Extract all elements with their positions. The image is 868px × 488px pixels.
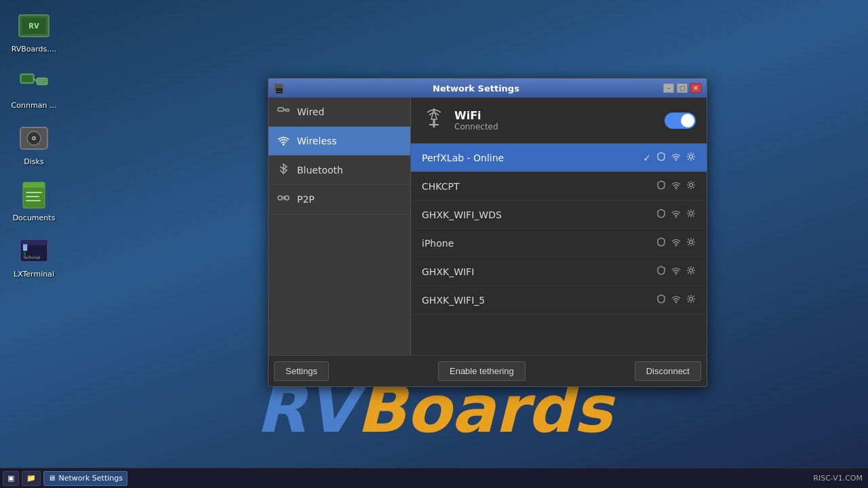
window-footer: Settings Enable tethering Disconnect xyxy=(269,355,707,386)
sidebar-item-bluetooth[interactable]: Bluetooth xyxy=(269,156,410,185)
sidebar-item-wireless[interactable]: Wireless xyxy=(269,127,410,156)
sidebar-spacer xyxy=(269,214,410,355)
wifi-signal-icon xyxy=(671,266,681,277)
bluetooth-icon xyxy=(277,163,290,178)
connman-icon xyxy=(18,66,50,98)
gear-icon[interactable] xyxy=(686,180,696,192)
window-menu-button[interactable]: ≡ xyxy=(274,83,283,93)
network-name-iphone: iPhone xyxy=(422,238,656,249)
svg-rect-14 xyxy=(26,196,39,197)
app-menu-button[interactable]: ▣ xyxy=(3,471,19,486)
wired-icon xyxy=(277,104,290,119)
wifi-signal-icon xyxy=(671,294,681,306)
svg-point-32 xyxy=(690,155,693,159)
network-taskbar-icon: 🖥 xyxy=(48,474,56,483)
network-name-perfxlab: PerfXLab - Online xyxy=(422,152,643,163)
documents-icon xyxy=(18,178,50,211)
network-icons-ghxk-wifi xyxy=(656,266,696,277)
gear-icon[interactable] xyxy=(686,294,696,306)
window-title: Network Settings xyxy=(289,83,663,94)
shield-icon xyxy=(656,180,666,192)
network-icons-perfxlab: ✓ xyxy=(643,152,696,163)
gear-icon[interactable] xyxy=(686,209,696,220)
svg-point-35 xyxy=(675,217,677,218)
network-icons-iphone xyxy=(656,237,696,249)
desktop-icon-lxterminal[interactable]: █ $ _ Terminal LXTerminal xyxy=(7,232,61,281)
svg-point-10 xyxy=(33,138,35,140)
svg-rect-22 xyxy=(285,109,289,111)
sidebar-wired-label: Wired xyxy=(297,106,324,117)
wifi-toggle[interactable] xyxy=(665,113,696,129)
svg-point-25 xyxy=(278,196,282,200)
svg-rect-21 xyxy=(278,108,283,111)
network-item-perfxlab[interactable]: PerfXLab - Online ✓ xyxy=(411,144,707,172)
wifi-signal-icon xyxy=(671,152,681,163)
wifi-title: WiFi xyxy=(454,109,656,122)
rvboards-label: RVBoards.... xyxy=(12,45,57,54)
window-controls: – □ ✕ xyxy=(663,83,701,93)
disks-icon xyxy=(18,122,50,155)
network-item-iphone[interactable]: iPhone xyxy=(411,229,707,258)
taskbar-left: ▣ 📁 🖥 Network Settings xyxy=(0,471,130,486)
svg-point-41 xyxy=(675,302,677,304)
p2p-icon xyxy=(277,192,290,207)
wifi-signal-icon xyxy=(671,209,681,220)
check-icon: ✓ xyxy=(643,152,651,163)
desktop-icon-disks[interactable]: Disks xyxy=(7,119,61,169)
shield-icon xyxy=(656,294,666,306)
disconnect-button[interactable]: Disconnect xyxy=(635,361,701,381)
shield-icon xyxy=(656,209,666,220)
sidebar-bluetooth-label: Bluetooth xyxy=(297,165,343,176)
svg-point-39 xyxy=(675,274,677,275)
network-list: PerfXLab - Online ✓ xyxy=(411,144,707,355)
wifi-status: Connected xyxy=(454,122,656,131)
network-icons-chkcpt xyxy=(656,180,696,192)
gear-icon[interactable] xyxy=(686,237,696,249)
settings-button[interactable]: Settings xyxy=(274,361,329,381)
file-manager-button[interactable]: 📁 xyxy=(22,471,41,486)
network-item-ghxk-wifi[interactable]: GHXK_WIFI xyxy=(411,258,707,286)
desktop-icon-connman[interactable]: Connman ... xyxy=(7,63,61,113)
network-item-chkcpt[interactable]: CHKCPT xyxy=(411,172,707,201)
svg-line-6 xyxy=(34,79,37,81)
svg-point-38 xyxy=(690,241,693,244)
maximize-button[interactable]: □ xyxy=(677,83,688,93)
svg-text:Terminal: Terminal xyxy=(22,255,41,260)
enable-tethering-button[interactable]: Enable tethering xyxy=(438,361,526,381)
close-button[interactable]: ✕ xyxy=(690,83,701,93)
sidebar-item-p2p[interactable]: P2P xyxy=(269,185,410,214)
svg-point-24 xyxy=(283,144,285,146)
sidebar: Wired Wireless xyxy=(269,98,411,355)
brand-label: RISC-V1.COM xyxy=(813,474,863,483)
network-name-ghxk-wifi-5: GHXK_WIFI_5 xyxy=(422,295,656,306)
window-body: Wired Wireless xyxy=(269,98,707,355)
taskbar-right: RISC-V1.COM xyxy=(813,474,868,483)
disks-label: Disks xyxy=(24,157,43,166)
wifi-signal-icon xyxy=(671,237,681,249)
rvboards-icon: RV xyxy=(18,9,50,42)
desktop-icon-documents[interactable]: Documents xyxy=(7,176,61,225)
shield-icon xyxy=(656,266,666,277)
gear-icon[interactable] xyxy=(686,266,696,277)
network-icons-ghxk-wifi-5 xyxy=(656,294,696,306)
lxterminal-icon: █ $ _ Terminal xyxy=(18,235,50,267)
wireless-icon xyxy=(277,134,290,148)
sidebar-item-wired[interactable]: Wired xyxy=(269,98,410,127)
network-name-ghxk-wifi: GHXK_WIFI xyxy=(422,266,656,277)
network-item-ghxk-wds[interactable]: GHXK_WIFI_WDS xyxy=(411,201,707,229)
minimize-button[interactable]: – xyxy=(663,83,674,93)
network-name-chkcpt: CHKCPT xyxy=(422,181,656,192)
svg-point-40 xyxy=(690,269,693,272)
gear-icon[interactable] xyxy=(686,152,696,163)
desktop: RV RVBoards.... Connman ... xyxy=(0,0,868,488)
network-item-ghxk-wifi-5[interactable]: GHXK_WIFI_5 xyxy=(411,286,707,314)
app-menu-icon: ▣ xyxy=(7,474,14,483)
svg-point-42 xyxy=(690,298,693,301)
svg-point-31 xyxy=(675,160,677,161)
network-name-ghxk-wds: GHXK_WIFI_WDS xyxy=(422,209,656,220)
network-settings-taskbar-button[interactable]: 🖥 Network Settings xyxy=(43,471,127,486)
desktop-icon-rvboards[interactable]: RV RVBoards.... xyxy=(7,7,61,56)
svg-rect-12 xyxy=(23,182,45,188)
documents-label: Documents xyxy=(13,214,56,222)
network-settings-window: ≡ Network Settings – □ ✕ xyxy=(268,78,707,387)
